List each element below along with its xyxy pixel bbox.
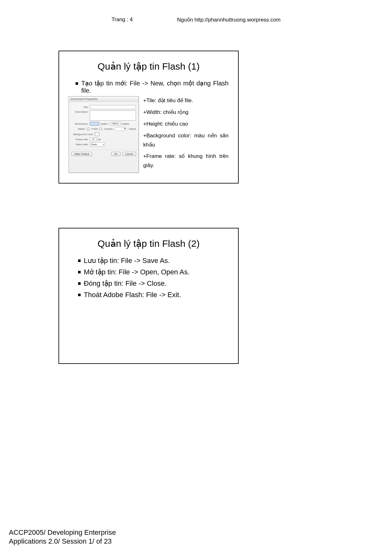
footer-line-2: Applications 2.0/ Session 1/ of 23: [9, 537, 116, 546]
slide1-title: Quản lý tập tin Flash (1): [69, 61, 229, 72]
slide2-bullet-1: Lưu tập tin: File -> Save As.: [78, 257, 229, 265]
radio-default-label: Default: [129, 128, 136, 130]
label-ruler: Ruler units:: [71, 143, 89, 146]
height-input[interactable]: 400 px: [111, 122, 120, 126]
slide1-bullet-1: Tạo tập tin mới: File -> New, chọn một d…: [76, 79, 229, 94]
explain-width: +Width: chiều rộng: [143, 108, 229, 117]
bullet-icon: [78, 271, 81, 273]
explain-height: +Height: chiều cao: [143, 120, 229, 129]
title-input[interactable]: [90, 105, 136, 109]
radio-default[interactable]: [114, 127, 127, 131]
slide-1: Quản lý tập tin Flash (1) Tạo tập tin mớ…: [58, 51, 239, 184]
make-default-button[interactable]: Make Default: [71, 152, 92, 156]
explain-tile: +Tile: đặt tiêu đề file.: [143, 96, 229, 105]
framerate-input[interactable]: 12: [90, 137, 97, 141]
ruler-select[interactable]: Pixels: [90, 142, 105, 147]
page-footer: ACCP2005/ Developing Enterprise Applicat…: [9, 528, 116, 546]
document-properties-dialog: Document Properties Title: Description: …: [69, 96, 139, 173]
radio-printer-label: Printer: [91, 128, 98, 130]
label-title: Title:: [71, 106, 89, 109]
slide-2: Quản lý tập tin Flash (2) Lưu tập tin: F…: [58, 228, 239, 364]
slide2-bullet-4: Thoát Adobe Flash: File -> Exit.: [78, 291, 229, 299]
dim-x: x: [108, 123, 110, 125]
bullet-icon: [78, 259, 81, 262]
footer-line-1: ACCP2005/ Developing Enterprise: [9, 528, 116, 537]
bullet-text: Tạo tập tin mới: File -> New, chọn một d…: [81, 79, 229, 94]
slide1-explanations: +Tile: đặt tiêu đề file. +Width: chiều r…: [143, 96, 229, 173]
width-hint: (width): [101, 123, 107, 125]
bullet-text: Mở tập tin: File -> Open, Open As.: [84, 268, 229, 276]
explain-bg: +Background color: màu nền sân khấu: [143, 131, 229, 150]
slide2-title: Quản lý tập tin Flash (2): [69, 238, 229, 249]
slide2-bullet-3: Đóng tập tin: File -> Close.: [78, 279, 229, 288]
label-description: Description:: [71, 110, 89, 113]
cancel-button[interactable]: Cancel: [122, 152, 136, 156]
height-hint: (height): [122, 123, 129, 125]
explain-fr: +Frame rate: số khung hình trên giây.: [143, 152, 229, 170]
bullet-icon: [78, 282, 81, 285]
label-match: Match:: [71, 128, 86, 130]
bgcolor-swatch[interactable]: [95, 132, 99, 136]
source-label: Nguồn http://phannhuttruong.worpress.com: [177, 16, 281, 23]
page-header: Trang : 4 Nguồn http://phannhuttruong.wo…: [0, 16, 392, 23]
fps-label: fps: [98, 138, 101, 140]
bullet-text: Lưu tập tin: File -> Save As.: [84, 257, 229, 265]
bullet-text: Thoát Adobe Flash: File -> Exit.: [84, 291, 229, 299]
bullet-text: Đóng tập tin: File -> Close.: [84, 279, 229, 288]
ok-button[interactable]: OK: [111, 152, 121, 156]
label-bgcolor: Background color:: [71, 133, 94, 136]
radio-printer[interactable]: [87, 128, 90, 131]
label-dimensions: Dimensions:: [71, 122, 89, 125]
radio-contents[interactable]: [99, 128, 102, 131]
page-number: Trang : 4: [112, 16, 133, 23]
bullet-icon: [76, 82, 78, 85]
label-framerate: Frame rate:: [71, 138, 89, 141]
radio-contents-label: Contents: [104, 128, 113, 130]
bullet-icon: [78, 294, 81, 296]
slide2-bullet-2: Mở tập tin: File -> Open, Open As.: [78, 268, 229, 276]
dialog-title: Document Properties: [69, 97, 138, 102]
description-textarea[interactable]: [90, 110, 136, 121]
width-input[interactable]: [90, 122, 99, 126]
